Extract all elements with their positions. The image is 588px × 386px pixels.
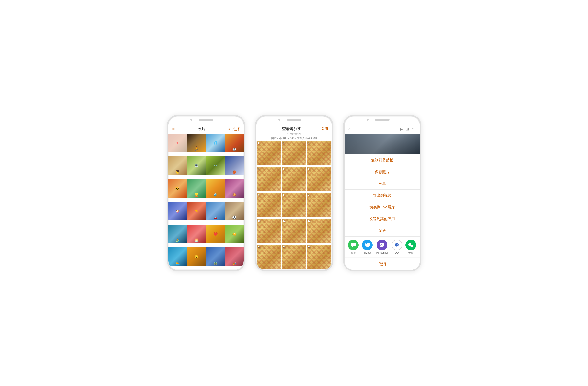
share-app-messenger[interactable]: Messenger	[376, 240, 388, 254]
layers-icon[interactable]: ⊞	[406, 127, 409, 131]
phone-2: x 查看每张图 关闭 图片数量 24 图片大小 480 x 640 / 文件大小…	[255, 115, 333, 271]
frame-cell-15[interactable]: 15	[307, 244, 331, 269]
photo-cell[interactable]	[206, 179, 225, 198]
photo-cell[interactable]	[206, 134, 225, 152]
frame-cell-4[interactable]: 4	[257, 167, 281, 191]
phone1-title: 照片	[197, 127, 205, 132]
phone2-header: x 查看每张图 关闭 图片数量 24 图片大小 480 x 640 / 文件大小…	[256, 124, 332, 141]
photo-cell[interactable]	[187, 156, 206, 175]
photo-cell[interactable]	[168, 225, 187, 243]
photo-cell[interactable]	[206, 156, 225, 175]
phone3-header: ‹ ▶ ⊞ •••	[345, 124, 420, 134]
photo-cell[interactable]	[225, 134, 244, 152]
frame-cell-2[interactable]: 2	[282, 141, 306, 166]
frame-cell-14[interactable]: 14	[282, 244, 306, 269]
phone2-grid: 1 2 3 4 5 6 7 8 9 10 11 12 13 14 15	[256, 141, 332, 270]
photo-cell[interactable]	[206, 247, 225, 266]
phone2-info-1: 图片数量 24	[260, 132, 328, 136]
qq-label: QQ	[395, 251, 399, 254]
photo-cell[interactable]	[168, 202, 187, 220]
phone2-title-row: x 查看每张图 关闭	[260, 127, 328, 132]
twitter-icon	[362, 240, 373, 250]
action-share[interactable]: 分享	[345, 178, 420, 190]
phone1-right-actions: + 选择	[228, 127, 240, 131]
frame-cell-3[interactable]: 3	[307, 141, 331, 166]
phone-3-inner: ‹ ▶ ⊞ ••• 复制到剪贴板 保存照片 分享 导出到视频 切换到Live照片…	[345, 124, 420, 270]
photo-cell[interactable]	[225, 156, 244, 175]
phones-container: ≡ 照片 + 选择	[157, 105, 431, 281]
photo-cell[interactable]	[187, 225, 206, 243]
frame-cell-5[interactable]: 5	[282, 167, 306, 191]
wechat-icon	[405, 240, 416, 250]
photo-cell[interactable]	[225, 202, 244, 220]
messages-icon	[348, 240, 359, 250]
phone-3: ‹ ▶ ⊞ ••• 复制到剪贴板 保存照片 分享 导出到视频 切换到Live照片…	[343, 115, 421, 271]
frame-cell-1[interactable]: 1	[257, 141, 281, 166]
action-live-photo[interactable]: 切换到Live照片	[345, 201, 420, 213]
phone2-info-2: 图片大小 480 x 640 / 文件大小 4.4 MB	[260, 136, 328, 140]
share-row: 信息 Twitter	[345, 237, 420, 257]
share-app-qq[interactable]: QQ	[392, 240, 402, 254]
photo-cell[interactable]	[187, 134, 206, 152]
photo-cell[interactable]	[168, 247, 187, 266]
action-save[interactable]: 保存照片	[345, 166, 420, 178]
more-icon[interactable]: •••	[412, 127, 416, 131]
phone2-close-button[interactable]: 关闭	[321, 127, 328, 131]
wechat-label: 微信	[408, 251, 413, 255]
image-preview	[345, 134, 420, 154]
twitter-label: Twitter	[364, 251, 371, 254]
cancel-button[interactable]: 取消	[345, 258, 420, 270]
phone3-right-icons: ▶ ⊞ •••	[400, 127, 416, 131]
share-app-messages[interactable]: 信息	[348, 240, 359, 255]
photo-cell[interactable]	[187, 247, 206, 266]
photo-cell[interactable]	[168, 134, 187, 152]
photo-cell[interactable]	[225, 225, 244, 243]
phone-1-inner: ≡ 照片 + 选择	[168, 124, 244, 270]
messenger-icon	[377, 240, 387, 250]
frame-cell-13[interactable]: 13	[257, 244, 281, 269]
phone-2-inner: x 查看每张图 关闭 图片数量 24 图片大小 480 x 640 / 文件大小…	[256, 124, 332, 270]
action-send[interactable]: 发送	[345, 225, 420, 237]
photo-cell[interactable]	[168, 156, 187, 175]
photo-cell[interactable]	[225, 179, 244, 198]
phone-1: ≡ 照片 + 选择	[167, 115, 245, 271]
add-button[interactable]: +	[228, 127, 231, 131]
frame-cell-10[interactable]: 10	[257, 219, 281, 243]
action-export-video[interactable]: 导出到视频	[345, 190, 420, 201]
frame-cell-11[interactable]: 11	[282, 219, 306, 243]
svg-marker-1	[351, 246, 353, 247]
frame-cell-8[interactable]: 8	[282, 193, 306, 217]
photo-cell[interactable]	[187, 179, 206, 198]
svg-rect-0	[351, 243, 356, 246]
photo-cell[interactable]	[225, 247, 244, 266]
messages-label: 信息	[351, 251, 356, 255]
photo-cell[interactable]	[206, 225, 225, 243]
frame-cell-7[interactable]: 7	[257, 193, 281, 217]
phone2-title: 查看每张图	[282, 127, 301, 132]
frame-cell-12[interactable]: 12	[307, 219, 331, 243]
photo-cell[interactable]	[187, 202, 206, 220]
action-send-other[interactable]: 发送到其他应用	[345, 213, 420, 225]
photo-grid	[168, 134, 244, 270]
photo-cell[interactable]	[206, 202, 225, 220]
frame-cell-6[interactable]: 6	[307, 167, 331, 191]
share-app-twitter[interactable]: Twitter	[362, 240, 373, 254]
frame-cell-9[interactable]: 9	[307, 193, 331, 217]
action-sheet: 复制到剪贴板 保存照片 分享 导出到视频 切换到Live照片 发送到其他应用 发…	[345, 154, 420, 270]
photo-cell[interactable]	[168, 179, 187, 198]
back-icon[interactable]: ‹	[348, 127, 350, 132]
play-icon[interactable]: ▶	[400, 127, 403, 131]
share-app-wechat[interactable]: 微信	[405, 240, 416, 255]
menu-icon[interactable]: ≡	[172, 127, 175, 132]
action-copy[interactable]: 复制到剪贴板	[345, 154, 420, 166]
qq-icon	[392, 240, 402, 250]
phone1-header: ≡ 照片 + 选择	[168, 124, 244, 134]
select-button[interactable]: 选择	[232, 127, 240, 131]
messenger-label: Messenger	[376, 251, 388, 254]
